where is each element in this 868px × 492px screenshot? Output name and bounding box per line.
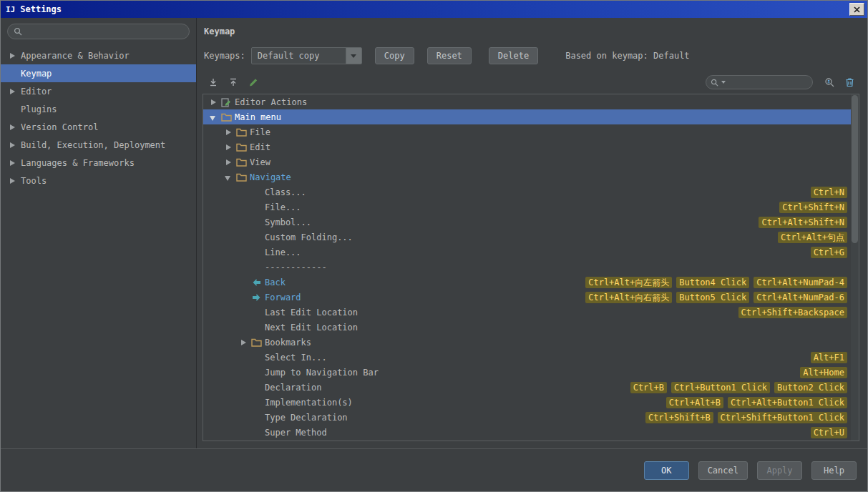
tree-row[interactable]: Forward Ctrl+Alt+向右箭头Button5 ClickCtrl+A… — [203, 290, 859, 305]
tree-row[interactable]: Editor Actions — [203, 94, 859, 109]
shortcut-badges: Ctrl+Alt+向左箭头Button4 ClickCtrl+Alt+NumPa… — [585, 277, 847, 288]
sidebar-item-label: Appearance & Behavior — [21, 51, 130, 61]
folder-icon — [250, 337, 262, 348]
tree-row[interactable]: Super Method Ctrl+U — [203, 425, 859, 440]
tree-row[interactable]: Last Edit Location Ctrl+Shift+Backspace — [203, 305, 859, 320]
tree-toolbar — [207, 75, 856, 89]
shortcut-badges: Alt+Home — [800, 367, 847, 378]
sidebar-item[interactable]: Version Control — [1, 118, 196, 136]
trash-icon[interactable] — [843, 76, 856, 89]
tree-row-label: Editor Actions — [235, 97, 307, 107]
chevron-icon[interactable] — [209, 113, 218, 122]
shortcut-badges: Ctrl+U — [811, 427, 847, 438]
tree-row[interactable]: Custom Folding... Ctrl+Alt+句点 — [203, 230, 859, 245]
tree-row[interactable]: Main menu — [203, 109, 859, 124]
tree-row[interactable]: Symbol... Ctrl+Alt+Shift+N — [203, 215, 859, 230]
tree-row-label: Line... — [265, 247, 301, 257]
tree-row-label: Custom Folding... — [265, 232, 353, 242]
shortcut-badge: Ctrl+Shift+Backspace — [738, 307, 848, 318]
shortcut-badge: Ctrl+Alt+句点 — [778, 232, 847, 243]
editor-actions-icon — [220, 97, 232, 108]
sidebar-item[interactable]: Editor — [1, 82, 196, 100]
collapse-all-icon[interactable] — [227, 76, 240, 89]
chevron-right-icon[interactable] — [8, 123, 16, 132]
ok-button[interactable]: OK — [644, 461, 689, 480]
apply-button[interactable]: Apply — [757, 461, 802, 480]
scrollbar[interactable] — [851, 94, 859, 441]
chevron-right-icon[interactable] — [8, 159, 16, 167]
tree-row[interactable]: Implementation(s) Ctrl+Alt+BCtrl+Alt+But… — [203, 395, 859, 410]
action-search-field[interactable] — [706, 75, 813, 89]
tree-row[interactable]: File — [203, 124, 859, 139]
chevron-right-icon[interactable] — [8, 51, 16, 60]
page-title: Keymap — [204, 26, 867, 36]
close-icon — [854, 6, 860, 13]
chevron-icon[interactable] — [209, 98, 218, 107]
shortcut-badge: Ctrl+Alt+向右箭头 — [585, 292, 672, 303]
sidebar-item[interactable]: Keymap — [1, 64, 196, 82]
tree-row[interactable]: Select In... Alt+F1 — [203, 350, 859, 365]
shortcut-badge: Ctrl+Button1 Click — [671, 382, 770, 393]
keymap-select[interactable]: Default copy — [251, 47, 362, 64]
chevron-icon[interactable] — [239, 338, 248, 347]
expand-all-icon[interactable] — [207, 76, 220, 89]
tree-row[interactable]: Edit — [203, 139, 859, 154]
tree-row[interactable]: ------------ — [203, 260, 859, 275]
shortcut-badge: Button2 Click — [774, 382, 847, 393]
tree-row-label: Main menu — [235, 112, 281, 122]
tree-row[interactable]: Line... Ctrl+G — [203, 245, 859, 260]
sidebar-item[interactable]: Appearance & Behavior — [1, 46, 196, 64]
shortcut-badge: Ctrl+G — [811, 247, 847, 258]
scrollbar-thumb[interactable] — [852, 95, 858, 243]
chevron-right-icon[interactable] — [8, 177, 16, 185]
reset-button[interactable]: Reset — [427, 47, 472, 64]
shortcut-badge: Alt+Home — [800, 367, 847, 378]
chevron-icon[interactable] — [224, 128, 233, 137]
shortcut-badges: Ctrl+Shift+BCtrl+Shift+Button1 Click — [645, 412, 847, 423]
search-icon — [711, 79, 718, 87]
tree-row[interactable]: Declaration Ctrl+BCtrl+Button1 ClickButt… — [203, 380, 859, 395]
tree-row[interactable]: View — [203, 154, 859, 169]
close-button[interactable] — [849, 3, 864, 16]
find-by-shortcut-icon[interactable] — [823, 76, 836, 89]
tree-row-label: File — [250, 127, 270, 137]
shortcut-badge: Button4 Click — [676, 277, 749, 288]
tree-row[interactable]: Type Declaration Ctrl+Shift+BCtrl+Shift+… — [203, 410, 859, 425]
tree-row[interactable]: Bookmarks — [203, 335, 859, 350]
sidebar-item[interactable]: Languages & Frameworks — [1, 154, 196, 172]
shortcut-badge: Ctrl+B — [630, 382, 667, 393]
shortcut-badges: Ctrl+Shift+Backspace — [738, 307, 848, 318]
chevron-right-icon[interactable] — [8, 87, 16, 96]
sidebar-item[interactable]: Plugins — [1, 100, 196, 118]
sidebar-item[interactable]: Build, Execution, Deployment — [1, 136, 196, 154]
chevron-icon[interactable] — [224, 158, 233, 167]
tree-row-label: Declaration — [265, 383, 321, 393]
help-button[interactable]: Help — [811, 461, 857, 480]
back-arrow-icon — [250, 277, 262, 288]
tree-row-label: Next Edit Location — [265, 323, 358, 333]
action-search-input[interactable] — [728, 77, 808, 87]
sidebar-item[interactable]: Tools — [1, 172, 196, 190]
window-title: Settings — [20, 4, 62, 14]
tree-row[interactable]: Class... Ctrl+N — [203, 184, 859, 200]
delete-button[interactable]: Delete — [489, 47, 538, 64]
settings-search-field[interactable] — [7, 24, 190, 39]
search-icon — [14, 27, 22, 36]
search-history-chevron-icon[interactable] — [721, 81, 726, 84]
cancel-button[interactable]: Cancel — [698, 461, 748, 480]
chevron-down-icon[interactable] — [346, 48, 361, 64]
tree-row-label: Back — [265, 277, 286, 287]
tree-row[interactable]: Jump to Navigation Bar Alt+Home — [203, 365, 859, 380]
chevron-icon[interactable] — [224, 173, 233, 182]
settings-search-input[interactable] — [25, 26, 183, 36]
tree-row-label: Bookmarks — [265, 338, 311, 348]
edit-shortcut-icon[interactable] — [247, 76, 260, 89]
tree-row[interactable]: File... Ctrl+Shift+N — [203, 200, 859, 215]
chevron-icon[interactable] — [224, 143, 233, 152]
tree-row-label: Symbol... — [265, 217, 311, 227]
copy-button[interactable]: Copy — [375, 47, 414, 64]
chevron-right-icon[interactable] — [8, 141, 16, 149]
tree-row[interactable]: Back Ctrl+Alt+向左箭头Button4 ClickCtrl+Alt+… — [203, 275, 859, 290]
tree-row[interactable]: Navigate — [203, 169, 859, 184]
tree-row[interactable]: Next Edit Location — [203, 320, 859, 335]
